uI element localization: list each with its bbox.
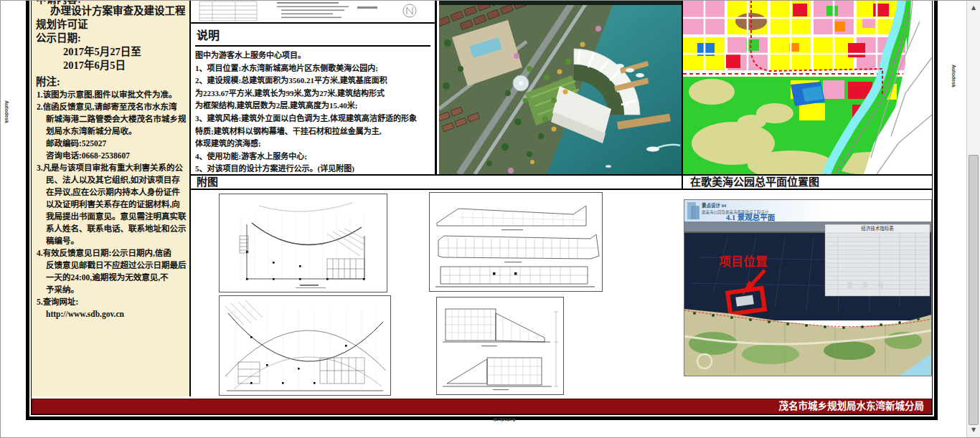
note-line: 我局提出书面意见。意见需注明真实联 [36, 211, 188, 223]
query-url: http://www.sdb.gov.cn [36, 308, 188, 320]
autodesk-watermark-left: Autodesk [4, 100, 9, 123]
sea-label: 歌 美 海 [847, 281, 887, 289]
notes-label: 附注: [36, 75, 188, 89]
description-line: 为2233.67平方米,建筑长为99米,宽为27米,建筑结构形式 [195, 87, 430, 100]
description-column: 说明 图中为游客水上服务中心项目。 1、项目位置:水东湾新城高地片区东侧歌美海公… [191, 0, 437, 174]
drawing-strip-art [191, 0, 435, 22]
scrollbar-thumb[interactable] [969, 155, 979, 425]
description-line: 体现建筑的滨海感; [195, 138, 430, 151]
render-top-edge [439, 0, 682, 5]
note-line: 划局水东湾新城分局收。 [36, 125, 188, 138]
partial-drawing-strip [191, 0, 435, 24]
note-line: 邮政编码:525027 [36, 138, 188, 150]
fountain [513, 75, 529, 91]
note-line: 1.该图为示意图,图件以审批文件为准。 [36, 89, 188, 101]
note-line: 一天的24:00,逾期视为无效意见,不 [36, 272, 188, 284]
note-line: 反馈意见邮戳日不应超过公示日期最后 [36, 260, 188, 272]
note-line: 以及证明利害关系存在的证据材料,向 [36, 199, 188, 211]
note-line: 5.查询网址: [36, 296, 188, 308]
description-line: 3、建筑风格:建筑外立面以白色调为主,体现建筑高洁舒适的形象 [195, 113, 430, 125]
elevation-drawing-1 [429, 192, 603, 292]
north-arrow-icon [403, 4, 416, 17]
scroll-up-icon[interactable]: ▲ [967, 2, 980, 14]
publicity-date-end: 2017年6月5日 [36, 59, 188, 72]
city-blocks [683, 0, 907, 72]
tiny-text-dashes [277, 2, 377, 18]
permit-title-line2: 规划许可证 [36, 18, 188, 32]
map-section-title: 4.1 景观总平面 [726, 213, 776, 222]
description-line: 为框架结构,建筑层数为2层,建筑高度为15.40米; [195, 100, 430, 113]
note-line: 4.有效反馈意见日期:公示日期内,信函 [36, 247, 188, 260]
floor-plan-drawing-2 [219, 295, 391, 396]
description-box: 说明 图中为游客水上服务中心项目。 1、项目位置:水东湾新城高地片区东侧歌美海公… [191, 24, 435, 176]
description-line: 2、建设规模:总建筑面积为3560.21平方米,建筑基底面积 [195, 75, 430, 87]
zoning-map-image [682, 0, 932, 174]
aerial-render-image [439, 0, 682, 174]
description-line: 特质;建筑材料以钢构幕墙、干挂石材和拉丝金属为主, [195, 125, 430, 138]
mini-table [199, 1, 257, 21]
autodesk-watermark-right: Autodesk [951, 65, 956, 87]
note-line: 予采纳。 [36, 284, 188, 296]
publicity-date-label: 公示日期: [36, 32, 188, 45]
floor-plan-drawing-1 [219, 194, 387, 292]
project-location-label: 项目位置 [719, 254, 768, 269]
description-line: 1、项目位置:水东湾新城高地片区东侧歌美海公园内; [195, 62, 430, 75]
location-map-image: 景点设计 04 歌美海公园及歌美海西路建设工程设计 4.1 景观总平面 经济技术… [684, 199, 932, 376]
description-line: 图中为游客水上服务中心项目。 [195, 49, 430, 62]
note-line: 2.信函反馈意见,请邮寄至茂名市水东湾 [36, 101, 188, 113]
note-line: 在异议,应在公示期内持本人身份证件 [36, 186, 188, 199]
location-map-header: 在歌美海公园总平面位置图 [682, 174, 932, 190]
table-title: 经济技术指标表 [861, 225, 894, 232]
elevation-drawing-2 [436, 297, 564, 395]
description-title: 说明 [195, 24, 430, 47]
publicity-date-start: 2017年5月27日至 [36, 45, 188, 59]
description-line: 4、使用功能:游客水上服务中心; [195, 151, 430, 163]
map-kicker: 景点设计 04 [702, 202, 727, 209]
note-line: 系人姓名、联系电话、联系地址和公示 [36, 223, 188, 235]
note-line: 民、法人以及其它组织,如对该项目存 [36, 174, 188, 186]
sheet-inner-border: 申请内容: 办理设计方案审查及建设工程 规划许可证 公示日期: 2017年5月2… [31, 0, 933, 415]
attachments-header: 附图 [191, 174, 682, 190]
notice-text-panel: 申请内容: 办理设计方案审查及建设工程 规划许可证 公示日期: 2017年5月2… [32, 0, 191, 396]
agency-footer-banner: 茂名市城乡规划局水东湾新城分局 [32, 399, 932, 414]
vertical-scrollbar[interactable]: ▲ ▼ [966, 1, 980, 437]
note-line: 3.凡是与该项目审批有重大利害关系的公 [36, 162, 188, 174]
note-line: 咨询电话:0668-2538607 [36, 150, 188, 162]
autodesk-watermark-bottom: Autodesk [479, 417, 529, 422]
plan-notice-sheet: 申请内容: 办理设计方案审查及建设工程 规划许可证 公示日期: 2017年5月2… [26, 0, 938, 420]
scroll-down-icon[interactable]: ▼ [967, 424, 980, 436]
permit-title-line1: 办理设计方案审查及建设工程 [36, 4, 188, 18]
note-line: 新城海港二路管委会大楼茂名市城乡规 [36, 113, 188, 125]
note-line: 稿编号。 [36, 235, 188, 247]
